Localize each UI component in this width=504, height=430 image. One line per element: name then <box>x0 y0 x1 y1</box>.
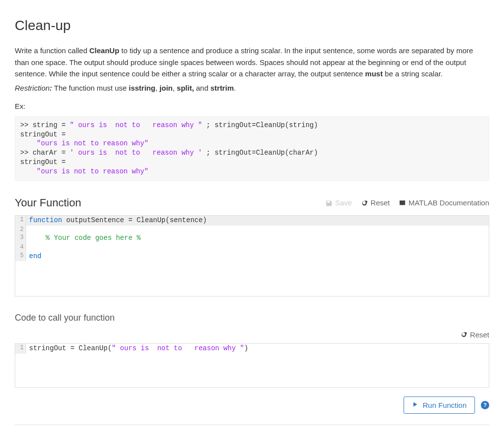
code-line[interactable]: stringOut = CleanUp(" ours is not to rea… <box>26 344 489 354</box>
intro-text: Write a function called CleanUp to tidy … <box>15 45 489 79</box>
book-icon <box>399 199 406 207</box>
save-button[interactable]: Save <box>325 197 352 208</box>
play-icon <box>412 401 419 409</box>
doc-label: MATLAB Documentation <box>409 197 489 208</box>
line-number: 3 <box>15 233 26 243</box>
divider <box>15 425 489 425</box>
code-line[interactable]: % Your code goes here % <box>26 233 489 243</box>
reset-call-label: Reset <box>470 329 489 340</box>
line-number: 5 <box>15 252 26 262</box>
run-function-label: Run Function <box>423 401 467 409</box>
editor-toolbar: Save Reset MATLAB Documentation <box>325 197 489 208</box>
line-number: 1 <box>15 216 26 226</box>
help-button[interactable]: ? <box>481 401 489 409</box>
reset-call-button[interactable]: Reset <box>460 329 489 340</box>
restriction-label: Restriction <box>15 84 50 92</box>
code-line[interactable]: function outputSentence = CleanUp(senten… <box>26 216 489 226</box>
line-number: 4 <box>15 243 26 252</box>
function-editor[interactable]: 1function outputSentence = CleanUp(sente… <box>15 215 489 297</box>
restriction-text: Restriction: The function must use isstr… <box>15 82 489 94</box>
code-line[interactable] <box>26 243 489 252</box>
reset-icon <box>361 199 368 207</box>
your-function-title: Your Function <box>15 195 81 211</box>
reset-label: Reset <box>371 197 390 208</box>
code-line[interactable] <box>26 226 489 234</box>
intro-block: Write a function called CleanUp to tidy … <box>15 45 489 94</box>
line-number: 1 <box>15 344 26 354</box>
save-icon <box>325 199 333 207</box>
code-line[interactable]: end <box>26 252 489 262</box>
example-label: Ex: <box>15 100 489 112</box>
save-label: Save <box>335 197 352 208</box>
reset-icon <box>460 331 468 338</box>
example-code-block: >> string = " ours is not to reason why … <box>15 116 489 181</box>
reset-button[interactable]: Reset <box>361 197 390 208</box>
line-number: 2 <box>15 226 26 234</box>
page-title: Clean-up <box>15 15 489 36</box>
call-editor[interactable]: 1stringOut = CleanUp(" ours is not to re… <box>15 343 489 388</box>
your-function-header: Your Function Save Reset MATLAB Document… <box>15 195 489 211</box>
doc-link[interactable]: MATLAB Documentation <box>399 197 489 208</box>
run-function-button[interactable]: Run Function <box>404 397 475 414</box>
call-function-title: Code to call your function <box>15 311 115 325</box>
